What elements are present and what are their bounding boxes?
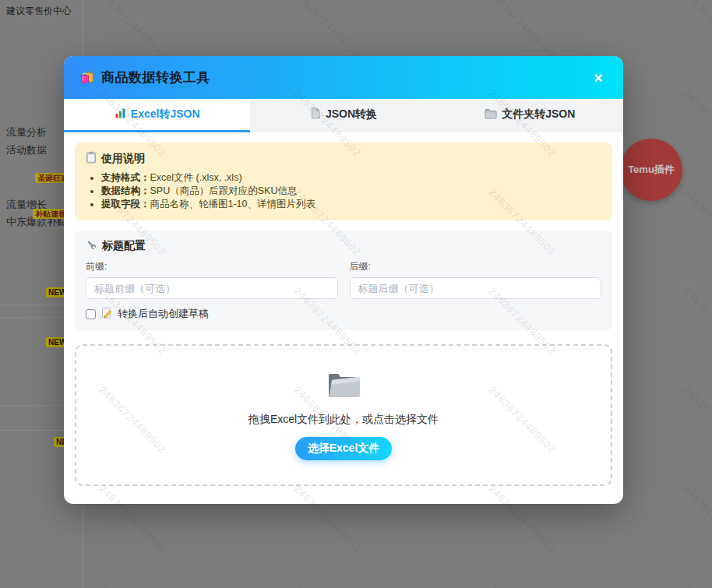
excel-dropzone[interactable]: 拖拽Excel文件到此处，或点击选择文件 选择Excel文件 bbox=[75, 344, 612, 486]
modal-content: 使用说明 支持格式：Excel文件 (.xlsx, .xls) 数据结构：SPU… bbox=[64, 132, 623, 496]
usage-item: 支持格式：Excel文件 (.xlsx, .xls) bbox=[101, 171, 601, 185]
usage-list: 支持格式：Excel文件 (.xlsx, .xls) 数据结构：SPU（商品）后… bbox=[90, 171, 601, 211]
dropzone-hint: 拖拽Excel文件到此处，或点击选择文件 bbox=[248, 413, 439, 427]
close-button[interactable]: × bbox=[587, 67, 609, 89]
sidebar-item-traffic-analysis: 流量分析 bbox=[6, 125, 47, 139]
tab-label: JSON转换 bbox=[326, 107, 377, 121]
bar-chart-icon bbox=[115, 107, 126, 121]
title-config-section: 标题配置 前缀: 后缀: bbox=[75, 231, 612, 330]
auto-draft-label: 转换后自动创建草稿 bbox=[118, 307, 209, 321]
usage-instructions-box: 使用说明 支持格式：Excel文件 (.xlsx, .xls) 数据结构：SPU… bbox=[75, 143, 612, 220]
document-icon bbox=[310, 107, 321, 121]
product-data-converter-modal: 商品数据转换工具 × Excel转JSON bbox=[64, 56, 623, 504]
modal-header: 商品数据转换工具 × bbox=[64, 56, 623, 99]
shopping-bags-icon bbox=[79, 69, 95, 87]
tab-bar: Excel转JSON JSON转换 文件夹转JS bbox=[64, 99, 623, 132]
tab-excel-to-json[interactable]: Excel转JSON bbox=[64, 99, 250, 132]
suffix-input[interactable] bbox=[350, 277, 602, 299]
clipboard-icon bbox=[86, 151, 97, 166]
modal-title: 商品数据转换工具 bbox=[101, 69, 210, 86]
tab-label: Excel转JSON bbox=[131, 107, 200, 121]
memo-icon bbox=[101, 307, 112, 321]
tab-folder-to-json[interactable]: 文件夹转JSON bbox=[437, 99, 623, 132]
usage-item: 提取字段：商品名称、轮播图1-10、详情图片列表 bbox=[101, 198, 601, 211]
suffix-label: 后缀: bbox=[350, 260, 602, 273]
auto-draft-checkbox[interactable] bbox=[86, 309, 96, 319]
screen: 建议零售价中心 流量分析 活动数据 圣诞狂欢 流量增长 中东爆款补贴 补贴速领 … bbox=[0, 0, 712, 588]
tab-json-convert[interactable]: JSON转换 bbox=[250, 99, 436, 132]
usage-item: 数据结构：SPU（商品）后跟对应的SKU信息 bbox=[101, 185, 601, 198]
tab-label: 文件夹转JSON bbox=[502, 107, 575, 121]
open-folder-icon bbox=[326, 371, 361, 403]
usage-title: 使用说明 bbox=[101, 152, 145, 166]
title-config-title: 标题配置 bbox=[102, 239, 146, 253]
wrench-icon bbox=[86, 239, 97, 253]
folder-icon bbox=[485, 108, 497, 121]
temu-plugin-button: Temu插件 bbox=[620, 139, 682, 201]
prefix-label: 前缀: bbox=[86, 260, 338, 273]
select-excel-file-button[interactable]: 选择Excel文件 bbox=[295, 437, 392, 460]
prefix-input[interactable] bbox=[86, 277, 338, 299]
page-title: 建议零售价中心 bbox=[6, 5, 72, 18]
sidebar-item-activity-data: 活动数据 bbox=[6, 143, 47, 157]
